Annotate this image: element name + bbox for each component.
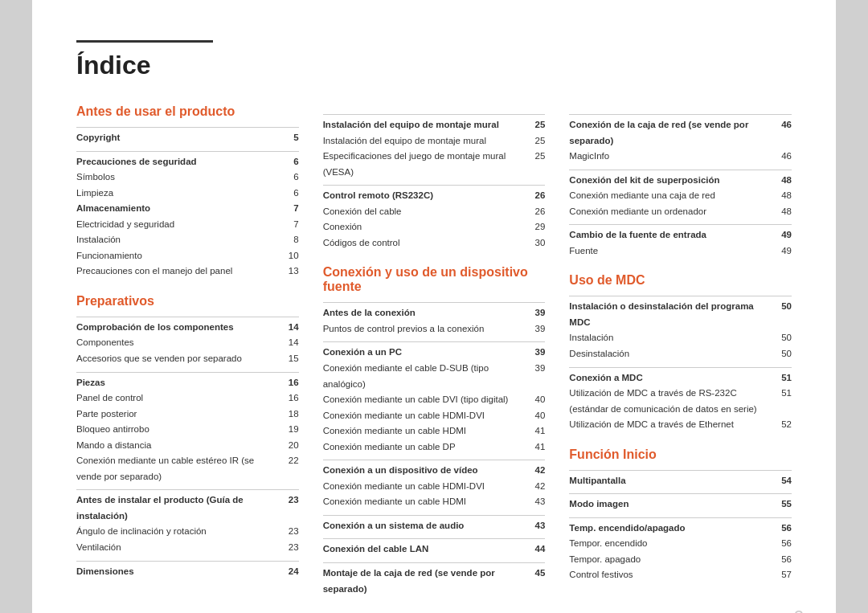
toc-group-conexion-mdc: Conexión a MDC51 Utilización de MDC a tr… (569, 370, 792, 433)
toc-group-conexion-pc: Conexión a un PC39 Conexión mediante el … (323, 345, 546, 455)
column-2: Instalación del equipo de montaje mural2… (323, 104, 546, 611)
toc-group-control-remoto: Control remoto (RS232C)26 Conexión del c… (323, 188, 546, 251)
toc-group-montaje-mural: Instalación del equipo de montaje mural2… (323, 117, 546, 180)
toc-group-dimensiones: Dimensiones24 (76, 564, 299, 580)
toc-page-copyright: 5 (285, 130, 299, 146)
column-1: Antes de usar el producto Copyright 5 Pr… (76, 104, 299, 611)
toc-group-piezas: Piezas16 Panel de control16 Parte poster… (76, 375, 299, 485)
toc-group-fuente-entrada: Cambio de la fuente de entrada49 Fuente4… (569, 227, 792, 259)
section-heading-preparativos: Preparativos (76, 294, 299, 309)
toc-group-copyright: Copyright 5 (76, 130, 299, 146)
toc-group-multipantalla: Multipantalla54 (569, 473, 792, 489)
section-antes: Antes de usar el producto Copyright 5 Pr… (76, 104, 299, 280)
content-grid: Antes de usar el producto Copyright 5 Pr… (76, 104, 792, 611)
toc-row-copyright: Copyright 5 (76, 130, 299, 146)
toc-group-precauciones: Precauciones de seguridad6 Símbolos6 Lim… (76, 154, 299, 280)
page-title: Índice (76, 51, 792, 80)
toc-group-conexion-video: Conexión a un dispositivo de vídeo42 Con… (323, 463, 546, 510)
toc-group-temporizador: Temp. encendido/apagado56 Tempor. encend… (569, 521, 792, 583)
toc-group-componentes: Comprobación de los componentes14 Compon… (76, 320, 299, 367)
section-conexion: Conexión y uso de un dispositivo fuente … (323, 265, 546, 597)
toc-group-caja-red-montaje: Montaje de la caja de red (se vende por … (323, 566, 546, 597)
toc-group-modo-imagen: Modo imagen55 (569, 497, 792, 513)
section-funcion-inicio: Función Inicio Multipantalla54 Modo imag… (569, 447, 792, 583)
toc-group-kit-superposicion: Conexión del kit de superposición48 Cone… (569, 173, 792, 220)
toc-group-instalacion-mdc: Instalación o desinstalación del program… (569, 299, 792, 362)
section-montaje: Instalación del equipo de montaje mural2… (323, 114, 546, 251)
toc-group-caja-red-conexion: Conexión de la caja de red (se vende por… (569, 117, 792, 165)
toc-group-lan: Conexión del cable LAN44 (323, 541, 546, 558)
column-3: Conexión de la caja de red (se vende por… (569, 104, 792, 611)
section-preparativos: Preparativos Comprobación de los compone… (76, 294, 299, 579)
section-heading-antes: Antes de usar el producto (76, 104, 299, 119)
toc-label-copyright: Copyright (76, 130, 285, 146)
page-number: 2 (794, 607, 804, 613)
toc-group-antes-conexion: Antes de la conexión39 Puntos de control… (323, 305, 546, 337)
title-underline (76, 40, 213, 43)
toc-group-antes-instalar: Antes de instalar el producto (Guía de i… (76, 492, 299, 555)
toc-group-audio: Conexión a un sistema de audio43 (323, 518, 546, 534)
section-heading-funcion: Función Inicio (569, 447, 792, 462)
page: Índice Antes de usar el producto Copyrig… (32, 0, 836, 613)
section-mdc: Uso de MDC Instalación o desinstalación … (569, 273, 792, 432)
section-heading-mdc: Uso de MDC (569, 273, 792, 288)
section-heading-conexion: Conexión y uso de un dispositivo fuente (323, 265, 546, 294)
section-caja-red: Conexión de la caja de red (se vende por… (569, 114, 792, 259)
